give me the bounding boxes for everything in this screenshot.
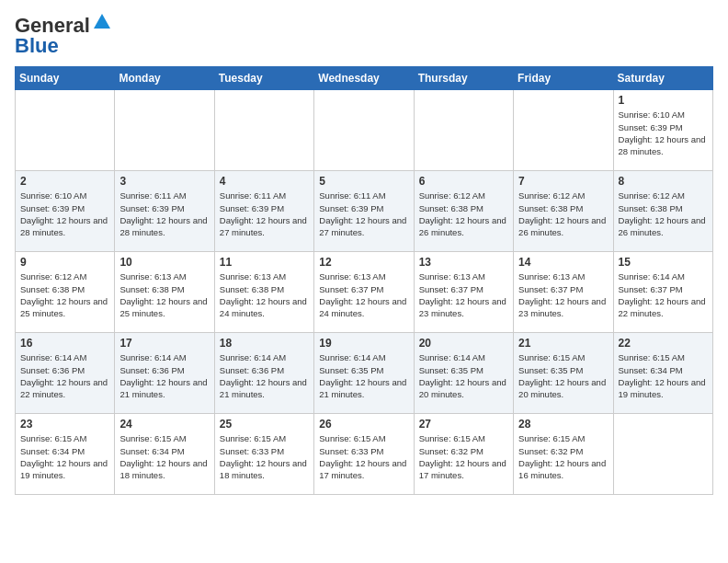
week-row-1: 2Sunrise: 6:10 AM Sunset: 6:39 PM Daylig… bbox=[16, 171, 713, 252]
weekday-header-thursday: Thursday bbox=[414, 67, 513, 90]
day-cell bbox=[414, 90, 513, 171]
day-cell: 25Sunrise: 6:15 AM Sunset: 6:33 PM Dayli… bbox=[214, 414, 313, 495]
logo-icon bbox=[92, 12, 112, 32]
day-info: Sunrise: 6:12 AM Sunset: 6:38 PM Dayligh… bbox=[419, 190, 508, 238]
day-cell: 26Sunrise: 6:15 AM Sunset: 6:33 PM Dayli… bbox=[314, 414, 414, 495]
day-cell: 24Sunrise: 6:15 AM Sunset: 6:34 PM Dayli… bbox=[115, 414, 214, 495]
weekday-header-wednesday: Wednesday bbox=[314, 67, 414, 90]
day-info: Sunrise: 6:11 AM Sunset: 6:39 PM Dayligh… bbox=[220, 190, 309, 238]
day-cell: 23Sunrise: 6:15 AM Sunset: 6:34 PM Dayli… bbox=[16, 414, 115, 495]
day-number: 18 bbox=[220, 337, 309, 350]
week-row-2: 9Sunrise: 6:12 AM Sunset: 6:38 PM Daylig… bbox=[16, 252, 713, 333]
weekday-header-tuesday: Tuesday bbox=[214, 67, 313, 90]
day-info: Sunrise: 6:15 AM Sunset: 6:34 PM Dayligh… bbox=[20, 432, 109, 481]
day-cell: 10Sunrise: 6:13 AM Sunset: 6:38 PM Dayli… bbox=[115, 252, 214, 333]
day-cell: 9Sunrise: 6:12 AM Sunset: 6:38 PM Daylig… bbox=[16, 252, 115, 333]
day-cell bbox=[115, 90, 214, 171]
day-cell: 27Sunrise: 6:15 AM Sunset: 6:32 PM Dayli… bbox=[414, 414, 513, 495]
day-cell: 15Sunrise: 6:14 AM Sunset: 6:37 PM Dayli… bbox=[613, 252, 712, 333]
day-number: 14 bbox=[518, 256, 608, 269]
day-info: Sunrise: 6:12 AM Sunset: 6:38 PM Dayligh… bbox=[20, 270, 109, 319]
day-cell: 5Sunrise: 6:11 AM Sunset: 6:39 PM Daylig… bbox=[314, 171, 414, 252]
day-number: 22 bbox=[619, 337, 708, 350]
day-cell: 14Sunrise: 6:13 AM Sunset: 6:37 PM Dayli… bbox=[514, 252, 613, 333]
day-cell: 8Sunrise: 6:12 AM Sunset: 6:38 PM Daylig… bbox=[613, 171, 712, 252]
day-number: 16 bbox=[20, 337, 109, 350]
day-cell: 12Sunrise: 6:13 AM Sunset: 6:37 PM Dayli… bbox=[314, 252, 414, 333]
logo-blue: Blue bbox=[15, 34, 59, 57]
day-number: 15 bbox=[619, 256, 708, 269]
day-info: Sunrise: 6:13 AM Sunset: 6:37 PM Dayligh… bbox=[518, 270, 608, 319]
day-cell bbox=[514, 90, 613, 171]
day-info: Sunrise: 6:13 AM Sunset: 6:37 PM Dayligh… bbox=[319, 270, 408, 319]
calendar-body: 1Sunrise: 6:10 AM Sunset: 6:39 PM Daylig… bbox=[16, 90, 713, 495]
day-info: Sunrise: 6:15 AM Sunset: 6:34 PM Dayligh… bbox=[619, 351, 708, 400]
weekday-header-monday: Monday bbox=[115, 67, 214, 90]
day-info: Sunrise: 6:13 AM Sunset: 6:38 PM Dayligh… bbox=[119, 270, 209, 319]
day-cell: 4Sunrise: 6:11 AM Sunset: 6:39 PM Daylig… bbox=[214, 171, 313, 252]
day-info: Sunrise: 6:15 AM Sunset: 6:34 PM Dayligh… bbox=[119, 432, 209, 481]
weekday-header-saturday: Saturday bbox=[613, 67, 712, 90]
weekday-header-friday: Friday bbox=[514, 67, 613, 90]
day-cell: 6Sunrise: 6:12 AM Sunset: 6:38 PM Daylig… bbox=[414, 171, 513, 252]
day-info: Sunrise: 6:10 AM Sunset: 6:39 PM Dayligh… bbox=[619, 109, 708, 157]
day-number: 11 bbox=[220, 256, 309, 269]
day-info: Sunrise: 6:15 AM Sunset: 6:32 PM Dayligh… bbox=[518, 432, 608, 481]
day-cell: 11Sunrise: 6:13 AM Sunset: 6:38 PM Dayli… bbox=[214, 252, 313, 333]
day-cell: 16Sunrise: 6:14 AM Sunset: 6:36 PM Dayli… bbox=[16, 333, 115, 414]
day-number: 6 bbox=[419, 175, 508, 188]
day-cell: 17Sunrise: 6:14 AM Sunset: 6:36 PM Dayli… bbox=[115, 333, 214, 414]
week-row-3: 16Sunrise: 6:14 AM Sunset: 6:36 PM Dayli… bbox=[16, 333, 713, 414]
logo: General Blue bbox=[15, 15, 112, 57]
day-info: Sunrise: 6:15 AM Sunset: 6:33 PM Dayligh… bbox=[220, 432, 309, 481]
day-info: Sunrise: 6:14 AM Sunset: 6:35 PM Dayligh… bbox=[319, 351, 408, 400]
day-number: 27 bbox=[419, 418, 508, 431]
day-number: 2 bbox=[20, 175, 109, 188]
day-number: 20 bbox=[419, 337, 508, 350]
day-number: 1 bbox=[619, 94, 708, 107]
calendar-header: SundayMondayTuesdayWednesdayThursdayFrid… bbox=[16, 67, 713, 90]
day-cell: 7Sunrise: 6:12 AM Sunset: 6:38 PM Daylig… bbox=[514, 171, 613, 252]
day-number: 3 bbox=[119, 175, 209, 188]
day-info: Sunrise: 6:15 AM Sunset: 6:35 PM Dayligh… bbox=[518, 351, 608, 400]
day-info: Sunrise: 6:15 AM Sunset: 6:33 PM Dayligh… bbox=[319, 432, 408, 481]
day-cell bbox=[214, 90, 313, 171]
day-number: 28 bbox=[518, 418, 608, 431]
day-info: Sunrise: 6:14 AM Sunset: 6:35 PM Dayligh… bbox=[419, 351, 508, 400]
day-cell: 3Sunrise: 6:11 AM Sunset: 6:39 PM Daylig… bbox=[115, 171, 214, 252]
day-number: 24 bbox=[119, 418, 209, 431]
day-cell bbox=[16, 90, 115, 171]
day-info: Sunrise: 6:14 AM Sunset: 6:37 PM Dayligh… bbox=[619, 270, 708, 319]
day-info: Sunrise: 6:11 AM Sunset: 6:39 PM Dayligh… bbox=[319, 190, 408, 238]
page-header: General Blue bbox=[15, 15, 713, 57]
day-info: Sunrise: 6:12 AM Sunset: 6:38 PM Dayligh… bbox=[619, 190, 708, 238]
day-number: 7 bbox=[518, 175, 608, 188]
day-cell bbox=[314, 90, 414, 171]
weekday-header-sunday: Sunday bbox=[16, 67, 115, 90]
day-info: Sunrise: 6:15 AM Sunset: 6:32 PM Dayligh… bbox=[419, 432, 508, 481]
day-info: Sunrise: 6:11 AM Sunset: 6:39 PM Dayligh… bbox=[119, 190, 209, 238]
day-number: 21 bbox=[518, 337, 608, 350]
day-number: 9 bbox=[20, 256, 109, 269]
day-number: 25 bbox=[220, 418, 309, 431]
day-number: 23 bbox=[20, 418, 109, 431]
day-cell bbox=[613, 414, 712, 495]
day-number: 17 bbox=[119, 337, 209, 350]
day-number: 8 bbox=[619, 175, 708, 188]
week-row-0: 1Sunrise: 6:10 AM Sunset: 6:39 PM Daylig… bbox=[16, 90, 713, 171]
day-info: Sunrise: 6:13 AM Sunset: 6:37 PM Dayligh… bbox=[419, 270, 508, 319]
day-info: Sunrise: 6:13 AM Sunset: 6:38 PM Dayligh… bbox=[220, 270, 309, 319]
weekday-row: SundayMondayTuesdayWednesdayThursdayFrid… bbox=[16, 67, 713, 90]
day-number: 5 bbox=[319, 175, 408, 188]
day-cell: 1Sunrise: 6:10 AM Sunset: 6:39 PM Daylig… bbox=[613, 90, 712, 171]
week-row-4: 23Sunrise: 6:15 AM Sunset: 6:34 PM Dayli… bbox=[16, 414, 713, 495]
day-cell: 21Sunrise: 6:15 AM Sunset: 6:35 PM Dayli… bbox=[514, 333, 613, 414]
day-info: Sunrise: 6:10 AM Sunset: 6:39 PM Dayligh… bbox=[20, 190, 109, 238]
day-cell: 18Sunrise: 6:14 AM Sunset: 6:36 PM Dayli… bbox=[214, 333, 313, 414]
day-info: Sunrise: 6:14 AM Sunset: 6:36 PM Dayligh… bbox=[220, 351, 309, 400]
day-cell: 22Sunrise: 6:15 AM Sunset: 6:34 PM Dayli… bbox=[613, 333, 712, 414]
day-number: 13 bbox=[419, 256, 508, 269]
day-info: Sunrise: 6:14 AM Sunset: 6:36 PM Dayligh… bbox=[20, 351, 109, 400]
day-cell: 13Sunrise: 6:13 AM Sunset: 6:37 PM Dayli… bbox=[414, 252, 513, 333]
svg-marker-0 bbox=[94, 14, 110, 29]
